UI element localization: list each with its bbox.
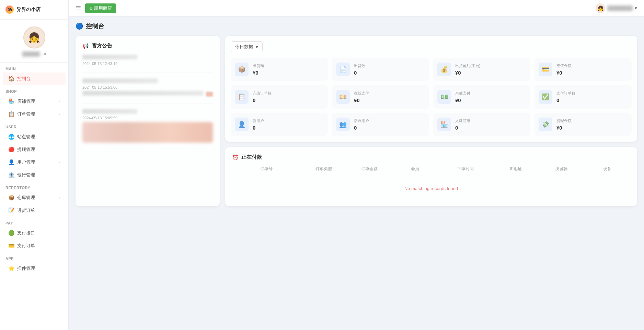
- announcement-blur-text-1: [82, 78, 158, 83]
- payment-title: ⏰ 正在付款: [232, 154, 630, 161]
- sidebar-label-purchase: 进货订单: [17, 207, 60, 213]
- topbar-left: ☰ ⊕ 应用商店: [76, 3, 116, 13]
- sidebar-icon-site: 🌐: [8, 134, 14, 140]
- no-data-message: No matching records found: [232, 178, 630, 199]
- stat-value-withdraw_amount: ¥0: [556, 125, 628, 131]
- stat-icon-withdraw_amount: 💸: [539, 118, 552, 131]
- hamburger-button[interactable]: ☰: [76, 4, 81, 12]
- payment-col-6: 浏览器: [539, 166, 584, 172]
- stats-grid: 📦 出货额 ¥0 📄 出货数 0 💰 出货盈利(平台) ¥0 💳 充值金额 ¥0: [231, 58, 632, 136]
- stat-info-shipment_profit: 出货盈利(平台) ¥0: [455, 63, 526, 76]
- announcement-blur-text-2: [82, 109, 137, 114]
- arrow-icon-warehouse: ›: [59, 196, 60, 200]
- sidebar-label-dashboard: 控制台: [17, 76, 60, 82]
- payment-col-0: 订单号: [232, 166, 301, 172]
- payment-title-icon: ⏰: [232, 154, 239, 161]
- stat-info-shipment_amount: 出货额 ¥0: [253, 63, 324, 76]
- sidebar-item-purchase[interactable]: 📝 进货订单: [3, 204, 66, 217]
- topbar: ☰ ⊕ 应用商店 👧 ████████ ▾: [69, 0, 644, 16]
- sidebar-nav: MAIN 🏠 控制台 SHOP 🏪 店铺管理 › 📋 订单管理 › USER 🌐…: [0, 63, 68, 275]
- sidebar-label-paygate: 支付接口: [17, 230, 60, 236]
- sidebar-item-payorder[interactable]: 💳 支付订单: [3, 240, 66, 252]
- data-dropdown[interactable]: 今日数据 ▾: [231, 41, 263, 52]
- logout-icon[interactable]: ⇥: [42, 51, 46, 57]
- stat-info-balance_pay: 余额支付 ¥0: [455, 91, 526, 103]
- payment-table: 订单号订单类型订单金额会员下单时间IP地址浏览器设备 No matching r…: [232, 166, 630, 199]
- stat-item-online_pay: 💴 在线支付 ¥0: [332, 85, 429, 109]
- right-panel: 今日数据 ▾ 📦 出货额 ¥0 📄 出货数 0 💰 出货盈利(平台): [225, 36, 637, 206]
- announcement-title: 📢 官方公告: [82, 43, 213, 49]
- sidebar-item-order[interactable]: 📋 订单管理 ›: [3, 108, 66, 120]
- sidebar-icon-store: 🏪: [8, 98, 14, 104]
- sidebar-icon-withdraw: 🔴: [8, 146, 14, 153]
- stat-value-shipment_count: 0: [354, 70, 425, 76]
- page-title: 🔵 控制台: [76, 22, 637, 30]
- stat-item-shipment_count: 📄 出货数 0: [332, 58, 429, 81]
- stat-value-active_users: 0: [354, 125, 425, 131]
- sidebar-item-dashboard[interactable]: 🏠 控制台: [3, 73, 66, 85]
- sidebar: 🛍 异界の小店 👧 ██████ ⇥ MAIN 🏠 控制台 SHOP 🏪 店铺管…: [0, 0, 69, 330]
- stat-info-pay_orders: 支付订单数 0: [556, 91, 628, 103]
- sidebar-label-bank: 银行管理: [17, 172, 60, 178]
- sidebar-item-store[interactable]: 🏪 店铺管理 ›: [3, 95, 66, 108]
- stat-value-new_users: 0: [253, 125, 324, 131]
- page-title-icon: 🔵: [76, 22, 83, 30]
- sidebar-icon-plugin: ⭐: [8, 265, 14, 272]
- stat-label-shipment_profit: 出货盈利(平台): [455, 63, 526, 68]
- main-content: ☰ ⊕ 应用商店 👧 ████████ ▾ 🔵 控制台 📢 官方公告 2024-…: [69, 0, 644, 330]
- sidebar-section-label-shop: SHOP: [0, 85, 68, 95]
- stat-info-shipment_count: 出货数 0: [354, 63, 425, 76]
- sidebar-icon-user: 👤: [8, 159, 14, 165]
- avatar: 👧: [23, 26, 45, 48]
- sidebar-section-label-main: MAIN: [0, 63, 68, 72]
- stat-value-recharge_orders: 0: [253, 97, 324, 103]
- app-name: 异界の小店: [16, 7, 41, 13]
- stat-icon-recharge_orders: 📋: [235, 90, 249, 104]
- sidebar-item-bank[interactable]: 🏦 银行管理: [3, 169, 66, 181]
- content-grid: 📢 官方公告 2024-05-13 12:43:192024-05-13 15:…: [76, 36, 637, 206]
- announcement-blur-text-0: [82, 55, 137, 59]
- sidebar-username: ██████: [22, 52, 40, 56]
- sidebar-user-section: 👧 ██████ ⇥: [0, 20, 68, 63]
- sidebar-item-warehouse[interactable]: 📦 仓库管理 ›: [3, 191, 66, 204]
- stat-item-recharge_amount: 💳 充值金额 ¥0: [534, 58, 632, 81]
- stat-label-balance_pay: 余额支付: [455, 91, 526, 96]
- stat-item-active_users: 👥 活跃用户 0: [332, 113, 429, 136]
- announcement-card: 📢 官方公告 2024-05-13 12:43:192024-05-13 15:…: [76, 36, 220, 206]
- announcement-icon: 📢: [82, 43, 89, 49]
- app-store-button[interactable]: ⊕ 应用商店: [85, 3, 116, 13]
- sidebar-section-label-user: USER: [0, 121, 68, 130]
- stat-label-active_users: 活跃用户: [354, 118, 425, 123]
- stat-info-recharge_orders: 充值订单数 0: [253, 91, 324, 103]
- sidebar-icon-paygate: 🟢: [8, 230, 14, 236]
- sidebar-label-plugin: 插件管理: [17, 265, 60, 272]
- sidebar-item-paygate[interactable]: 🟢 支付接口: [3, 227, 66, 239]
- announcement-item-2[interactable]: 2024-05-13 15:09:59: [82, 109, 213, 148]
- sidebar-item-user[interactable]: 👤 用户管理 ›: [3, 156, 66, 168]
- sidebar-label-warehouse: 仓库管理: [17, 195, 56, 201]
- topbar-user[interactable]: 👧 ████████ ▾: [596, 3, 637, 13]
- sidebar-item-plugin[interactable]: ⭐ 插件管理: [3, 262, 66, 275]
- announcement-list: 2024-05-13 12:43:192024-05-13 15:53:0620…: [82, 55, 213, 148]
- announcement-item-0[interactable]: 2024-05-13 12:43:19: [82, 55, 213, 73]
- stat-label-pay_orders: 支付订单数: [556, 91, 628, 96]
- announcement-item-1[interactable]: 2024-05-13 15:53:06: [82, 78, 213, 103]
- announcement-image-2: [82, 122, 213, 143]
- data-card: 今日数据 ▾ 📦 出货额 ¥0 📄 出货数 0 💰 出货盈利(平台): [225, 36, 637, 142]
- payment-col-5: IP地址: [493, 166, 539, 172]
- stat-item-balance_pay: 💵 余额支付 ¥0: [433, 85, 530, 109]
- announcement-time-2: 2024-05-13 15:09:59: [82, 116, 213, 120]
- stat-info-online_pay: 在线支付 ¥0: [354, 91, 425, 103]
- stat-value-balance_pay: ¥0: [455, 97, 526, 103]
- sidebar-icon-order: 📋: [8, 111, 14, 117]
- sidebar-item-site[interactable]: 🌐 站点管理: [3, 131, 66, 143]
- stat-label-new_users: 新用户: [253, 118, 324, 123]
- ann-extra-1: [82, 91, 203, 96]
- sidebar-icon-warehouse: 📦: [8, 195, 14, 201]
- stat-label-recharge_orders: 充值订单数: [253, 91, 324, 96]
- sidebar-item-withdraw[interactable]: 🔴 提现管理: [3, 143, 66, 156]
- stat-label-recharge_amount: 充值金额: [556, 63, 628, 68]
- stat-icon-merchants: 🏪: [437, 118, 451, 131]
- stat-value-recharge_amount: ¥0: [556, 70, 628, 76]
- stat-icon-shipment_profit: 💰: [437, 63, 451, 76]
